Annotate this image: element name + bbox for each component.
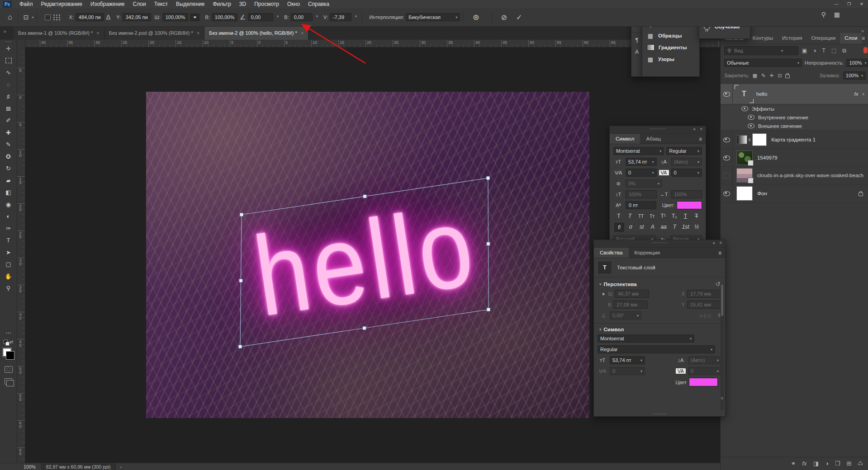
angle-select[interactable]: 0,00°▾ — [610, 311, 641, 320]
fill-select[interactable]: 100%▾ — [843, 71, 866, 80]
close-icon[interactable]: × — [719, 240, 722, 245]
layer-row-gradient-map[interactable]: ∞ Карта градиента 1 — [721, 131, 868, 149]
document-tab-2[interactable]: Без имени-2.psd @ 100% (RGB/8#) * × — [104, 26, 205, 40]
leading-select[interactable]: (Авто)▾ — [688, 356, 721, 364]
eye-cell[interactable] — [721, 149, 733, 166]
tab-character[interactable]: Символ — [610, 134, 640, 144]
layers-action-icon-1[interactable]: fx — [802, 460, 807, 467]
layer-row-background[interactable]: Фон — [721, 184, 868, 203]
layer-row-image2[interactable]: clouds-in-a-pink-sky-over-wave-soaked-be… — [721, 167, 868, 184]
v-ruler[interactable]: 5051 01 52 02 53 03 54 04 55 05 56 06 5 — [17, 47, 25, 463]
eye-cell[interactable] — [721, 84, 733, 104]
eye-cell[interactable] — [721, 131, 733, 149]
color-swatches[interactable] — [3, 348, 14, 360]
format-button-7[interactable]: T — [692, 212, 701, 220]
tsume-select[interactable]: 0%▾ — [626, 179, 662, 188]
flyout-item-gradients[interactable]: Градиенты — [642, 42, 699, 53]
visibility-eye-icon[interactable] — [748, 115, 754, 120]
ot-feature-button-7[interactable]: ½ — [692, 223, 701, 231]
collapse-panel-icon[interactable]: « — [693, 127, 696, 132]
filter-icon-2[interactable]: T — [822, 47, 825, 54]
format-button-2[interactable]: TT — [636, 212, 645, 220]
x-input[interactable]: 17,79 мм — [687, 290, 721, 298]
font-style-select[interactable]: Regular▾ — [666, 147, 702, 155]
height-input[interactable]: 100,00% — [212, 13, 237, 21]
ot-feature-button-2[interactable]: st — [637, 223, 646, 231]
tool-eyedropper-icon[interactable]: ✐ — [4, 117, 13, 124]
tool-zoom-icon[interactable]: ⚲ — [4, 284, 13, 292]
ot-feature-button-6[interactable]: 1st — [681, 223, 690, 231]
menu-Текст[interactable]: Текст — [150, 0, 172, 8]
baseline-shift-input[interactable]: 0 пт — [626, 201, 656, 209]
layer-name[interactable]: clouds-in-a-pink-sky-over-wave-soaked-be… — [757, 173, 863, 178]
layers-action-icon-4[interactable]: ❒ — [835, 460, 840, 467]
leading-select[interactable]: (Авто)▾ — [671, 158, 702, 166]
menu-3D[interactable]: 3D — [235, 0, 250, 8]
menu-Слои[interactable]: Слои — [129, 0, 150, 8]
lock-icon-1[interactable]: ✎ — [761, 73, 765, 79]
filter-toggle[interactable] — [863, 47, 868, 53]
menu-Фильтр[interactable]: Фильтр — [209, 0, 235, 8]
layer-name[interactable]: hello — [756, 91, 767, 97]
font-style-select[interactable]: Regular▾ — [598, 345, 715, 353]
layer-row-hello[interactable]: T hello fx ∧ — [721, 84, 868, 104]
reference-point-checkbox[interactable] — [45, 14, 51, 20]
filter-icon-1[interactable]: ◑ — [813, 47, 816, 54]
default-colors-icon[interactable] — [4, 340, 8, 344]
ot-feature-button-0[interactable]: fi — [614, 223, 624, 232]
menu-Просмотр[interactable]: Просмотр — [250, 0, 283, 8]
tool-dodge-icon[interactable]: ◐ — [4, 212, 13, 220]
close-icon[interactable]: × — [700, 127, 702, 132]
tab-Контуры[interactable]: Контуры — [748, 33, 778, 44]
format-button-6[interactable]: T — [681, 212, 690, 220]
chevron-down-icon[interactable]: ▾ — [599, 282, 602, 287]
link-dimensions-icon[interactable]: ⚭ — [190, 14, 199, 21]
outer-glow-row[interactable]: Внешнее свечение — [721, 122, 868, 131]
tab-Операции[interactable]: Операции — [807, 33, 840, 44]
image-thumbnail[interactable] — [736, 168, 753, 183]
menu-Изображение[interactable]: Изображение — [86, 0, 129, 8]
eye-cell[interactable] — [721, 167, 733, 184]
font-size-select[interactable]: 53,74 пт▾ — [626, 158, 657, 166]
interpolation-select[interactable]: Бикубическая ▾ — [406, 13, 460, 21]
swap-colors-icon[interactable]: ⇄ — [9, 339, 13, 344]
kerning-select[interactable]: 0▾ — [610, 367, 645, 375]
close-button[interactable]: ✕ — [855, 0, 868, 8]
ot-feature-button-4[interactable]: aa — [659, 223, 668, 231]
default-swap-colors[interactable]: ⇄ — [4, 339, 13, 344]
menu-Выделение[interactable]: Выделение — [172, 0, 209, 8]
tab-История[interactable]: История — [778, 33, 807, 44]
panel-menu-icon[interactable]: ≡ — [699, 136, 702, 142]
layers-action-icon-5[interactable]: ⊞ — [846, 460, 851, 467]
menu-Справка[interactable]: Справка — [304, 0, 333, 8]
layer-row-image1[interactable]: 1549979 — [721, 149, 868, 167]
tab-paragraph[interactable]: Абзац — [640, 134, 666, 144]
restore-button[interactable]: ❐ — [843, 0, 855, 8]
tab-properties[interactable]: Свойства — [594, 248, 629, 258]
font-family-select[interactable]: Montserrat▾ — [613, 147, 664, 155]
chevron-down-icon[interactable]: ▾ — [32, 15, 33, 19]
close-icon[interactable]: × — [197, 30, 199, 36]
close-icon[interactable]: × — [96, 30, 99, 36]
tool-marquee-icon[interactable] — [4, 57, 13, 65]
text-color-swatch[interactable] — [689, 378, 718, 386]
opacity-select[interactable]: 100%▾ — [846, 59, 868, 67]
kerning-select[interactable]: 0▾ — [626, 169, 657, 177]
effects-row[interactable]: Эффекты — [721, 104, 868, 113]
document-tab-1[interactable]: Без имени-1 @ 100% (RGB/8#) * × — [14, 26, 104, 40]
panel-menu-icon[interactable]: ≡ — [718, 250, 721, 256]
panel-grip[interactable] — [650, 128, 665, 129]
search-icon[interactable]: ⚲ — [821, 11, 826, 18]
lock-all-icon[interactable] — [785, 75, 790, 78]
tab-Слои[interactable]: Слои — [840, 33, 862, 44]
layers-action-icon-2[interactable]: ◨ — [813, 460, 819, 467]
tool-path-selection-icon[interactable]: ➤ — [4, 249, 13, 256]
layers-action-icon-0[interactable]: ⚭ — [791, 460, 796, 467]
menu-Окно[interactable]: Окно — [283, 0, 304, 8]
tool-frame-icon[interactable]: ⊠ — [4, 105, 13, 113]
transform-bounding-box[interactable] — [146, 92, 589, 418]
text-layer-thumbnail[interactable]: T — [736, 87, 752, 101]
ot-feature-button-5[interactable]: T — [670, 223, 679, 231]
width-input[interactable]: 46,37 мм — [615, 290, 649, 298]
reference-point-grid[interactable] — [53, 14, 61, 20]
